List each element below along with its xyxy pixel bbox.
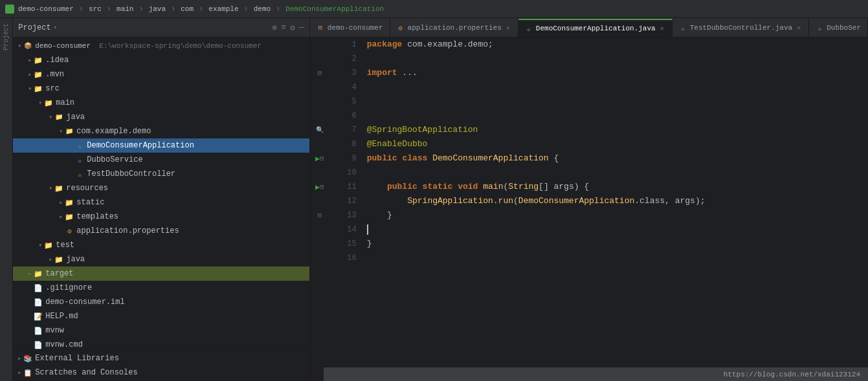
- arrow-static: [57, 199, 65, 206]
- tree-item-gitignore[interactable]: 📄 .gitignore: [13, 281, 309, 295]
- tree-item-dubboservice[interactable]: ☕ DubboService: [13, 153, 309, 167]
- tree-item-iml[interactable]: 📄 demo-consumer.iml: [13, 295, 309, 309]
- tree-item-mvnw[interactable]: 📄 mvnw: [13, 323, 309, 338]
- gutter-15: [310, 237, 329, 251]
- tab-props-close[interactable]: ✕: [505, 23, 511, 32]
- tab-maven-icon: m: [317, 24, 324, 32]
- code-line-2: [367, 52, 863, 66]
- tab-democonsumer-close[interactable]: ✕: [659, 24, 665, 33]
- linenum-7: 7: [329, 123, 357, 137]
- tree-label-templates: templates: [76, 212, 118, 221]
- external-libraries-item[interactable]: 📚 External Libraries: [13, 351, 309, 365]
- gutter-7: 🔍: [310, 123, 329, 137]
- arrow-testdubbocontroller: [67, 170, 75, 178]
- gutter-14: [310, 223, 329, 237]
- tree-item-static[interactable]: 📁 static: [13, 195, 309, 210]
- folder-templates-icon: 📁: [65, 212, 74, 221]
- tab-testdubbo-icon: ☕: [679, 24, 687, 32]
- mvnwcmd-icon: 📄: [34, 340, 43, 349]
- code-line-7: @SpringBootApplication: [367, 123, 863, 137]
- breadcrumb-example: example: [208, 5, 238, 13]
- collapse-9[interactable]: ⊟: [320, 155, 324, 162]
- java-iface-icon: ☕: [75, 155, 84, 164]
- collapse-13[interactable]: ⊟: [318, 212, 322, 219]
- tab-testdubbo[interactable]: ☕ TestDubboController.java ✕: [673, 19, 809, 37]
- side-strip-project[interactable]: Project: [1, 21, 11, 53]
- hide-btn[interactable]: —: [299, 23, 304, 32]
- arrow-root: [16, 42, 23, 50]
- folder-main-icon: 📁: [44, 98, 53, 107]
- linenum-3: 3: [329, 66, 357, 80]
- run-11[interactable]: ▶: [315, 182, 320, 192]
- tree-item-java-test[interactable]: 📁 java: [13, 252, 309, 267]
- tab-props-icon: ⚙: [397, 24, 405, 32]
- tree-item-src[interactable]: 📁 src: [13, 82, 309, 96]
- settings-btn[interactable]: ⚙: [290, 23, 295, 33]
- tree-item-templates[interactable]: 📁 templates: [13, 210, 309, 224]
- project-bottom: 📚 External Libraries 📋 Scratches and Con…: [13, 349, 309, 381]
- tab-dubboser[interactable]: ☕ DubboSer: [809, 19, 868, 37]
- side-strip: Project: [0, 18, 13, 381]
- gutter-2: [310, 52, 329, 66]
- tab-maven[interactable]: m demo-consumer: [310, 19, 390, 37]
- collapse-11[interactable]: ⊟: [320, 183, 324, 191]
- tree-item-mvn[interactable]: 📁 .mvn: [13, 67, 309, 82]
- dropdown-icon[interactable]: ▾: [54, 24, 57, 31]
- breadcrumb-project: demo-consumer: [18, 5, 74, 13]
- collapse-btn[interactable]: ≡: [281, 23, 286, 32]
- search-7[interactable]: 🔍: [316, 126, 324, 134]
- gutter-4: [310, 80, 329, 94]
- tree-item-main[interactable]: 📁 main: [13, 96, 309, 110]
- project-tree: 📦 demo-consumer E:\workspace-spring\demo…: [13, 38, 309, 349]
- tab-testdubbo-close[interactable]: ✕: [796, 23, 802, 32]
- gutter-16: [310, 251, 329, 265]
- run-9[interactable]: ▶: [315, 154, 320, 164]
- tree-label-mvnw: mvnw: [45, 326, 64, 335]
- tree-label-target: target: [45, 269, 73, 278]
- extlibs-icon: 📚: [23, 354, 32, 363]
- arrow-iml: [26, 298, 34, 306]
- arrow-main: [36, 99, 44, 107]
- module-icon: 📦: [23, 41, 32, 50]
- tree-item-democonsumerapplication[interactable]: ☕ DemoConsumerApplication: [13, 138, 309, 153]
- tree-item-com-example-demo[interactable]: 📁 com.example.demo: [13, 124, 309, 138]
- code-area[interactable]: package com.example.demo; import ... @Sp…: [362, 38, 868, 381]
- tree-item-test[interactable]: 📁 test: [13, 238, 309, 252]
- arrow-extlibs: [16, 354, 23, 362]
- locate-btn[interactable]: ⊕: [272, 23, 277, 33]
- collapse-3[interactable]: ⊟: [318, 69, 322, 77]
- tree-item-application-properties[interactable]: ⚙ application.properties: [13, 224, 309, 238]
- tree-item-resources[interactable]: 📁 resources: [13, 181, 309, 195]
- java-app-icon: ☕: [75, 141, 84, 150]
- code-line-15: }: [367, 237, 863, 251]
- tree-item-java[interactable]: 📁 java: [13, 110, 309, 124]
- breadcrumb-demo: demo: [254, 5, 271, 13]
- arrow-appprops: [57, 227, 65, 235]
- editor-content: ⊟ 🔍 ▶ ⊟ ▶ ⊟: [310, 38, 868, 381]
- gutter-12: [310, 194, 329, 208]
- linenum-15: 15: [329, 237, 357, 251]
- scratches-item[interactable]: 📋 Scratches and Consoles: [13, 365, 309, 380]
- tree-item-help[interactable]: 📝 HELP.md: [13, 309, 309, 323]
- folder-pkg-icon: 📁: [65, 127, 74, 136]
- tree-item-testdubbocontroller[interactable]: ☕ TestDubboController: [13, 167, 309, 181]
- scratches-label: Scratches and Consoles: [35, 368, 137, 377]
- properties-icon: ⚙: [65, 226, 74, 235]
- linenum-14: 14: [329, 223, 357, 237]
- tree-item-root[interactable]: 📦 demo-consumer E:\workspace-spring\demo…: [13, 39, 309, 53]
- arrow-dubboservice: [67, 156, 75, 164]
- arrow-gitignore: [26, 284, 34, 292]
- extlibs-label: External Libraries: [35, 354, 119, 363]
- tab-bar: m demo-consumer ⚙ application.properties…: [310, 18, 868, 38]
- tree-item-mvnwcmd[interactable]: 📄 mvnw.cmd: [13, 338, 309, 349]
- tab-properties[interactable]: ⚙ application.properties ✕: [390, 19, 518, 37]
- tree-label-resources: resources: [66, 184, 108, 193]
- tab-democonsumer[interactable]: ☕ DemoConsumerApplication.java ✕: [518, 19, 673, 37]
- code-line-5: [367, 94, 863, 109]
- arrow-mvnw: [26, 327, 34, 334]
- linenum-6: 6: [329, 109, 357, 123]
- tree-item-idea[interactable]: 📁 .idea: [13, 53, 309, 67]
- gutter-3: ⊟: [310, 66, 329, 80]
- code-line-16: [367, 251, 863, 265]
- tree-item-target[interactable]: 📁 target: [13, 267, 309, 281]
